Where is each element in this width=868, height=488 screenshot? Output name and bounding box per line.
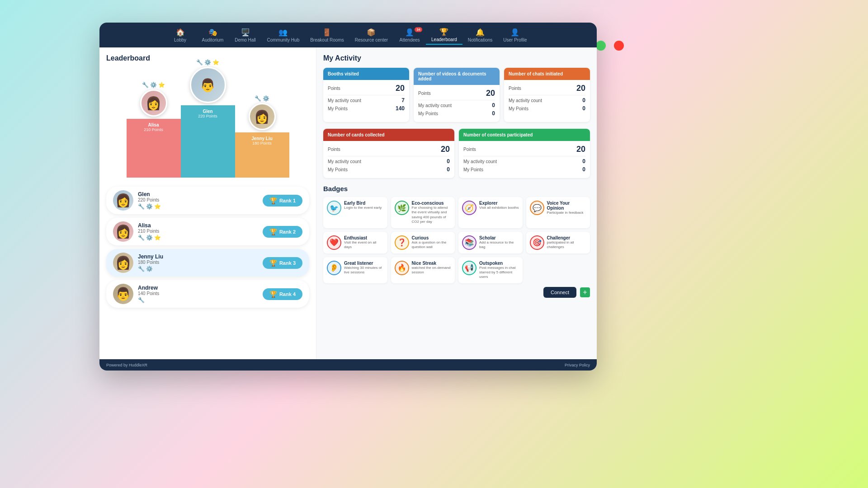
- activity-card-top-1: Number of videos & documents added Point…: [414, 68, 500, 122]
- rank-label-2: Rank 2: [279, 229, 296, 235]
- badge-card-10: 📢 Outspoken Post messages in chat starre…: [458, 257, 523, 283]
- privacy-policy-link[interactable]: Privacy Policy: [565, 363, 590, 367]
- trophy-icon: 🏆: [269, 259, 277, 267]
- badge-name-2: Explorer: [479, 201, 519, 206]
- rank-points-2: 210 Points: [138, 229, 258, 234]
- rank-points-4: 140 Points: [138, 291, 258, 296]
- connect-button[interactable]: Connect: [543, 287, 576, 298]
- rank-badges-1: 🔧⚙️⭐: [138, 203, 258, 210]
- podium-avatar-alisa: 👩: [140, 89, 167, 117]
- podium-badges-2: 🔧 ⚙️ ⭐: [142, 82, 165, 88]
- activity-points-row-0: Points 20: [328, 84, 405, 93]
- badge-desc-10: Post messages in chat starred by 5 diffe…: [479, 266, 519, 280]
- badge-info-10: Outspoken Post messages in chat starred …: [479, 261, 519, 280]
- activity-points-row-2: Points 20: [509, 84, 585, 93]
- rank-item-1: 👩 Glen 220 Points 🔧⚙️⭐ 🏆 Rank 1: [106, 187, 309, 214]
- rank-list: 👩 Glen 220 Points 🔧⚙️⭐ 🏆 Rank 1 👩 Alisa …: [106, 187, 309, 308]
- badge-desc-9: watched the on-demand session: [412, 266, 452, 275]
- badge-card-0: 🐦 Early Bird Login to the event early: [323, 197, 387, 228]
- badge-icon: 🔧: [138, 203, 145, 210]
- badge-info-7: Challenger participated in all challenge…: [547, 235, 587, 250]
- badge-icon-3: 💬: [530, 201, 544, 215]
- rank-name-4: Andrew: [138, 285, 258, 291]
- badge-icon: 🔧: [196, 59, 203, 66]
- rank-label-1: Rank 1: [279, 198, 296, 203]
- badge-card-4: ❤️ Enthusiast Visit the event on all day…: [323, 232, 387, 253]
- maximize-dot[interactable]: [596, 41, 606, 51]
- podium-points-3: 180 Points: [252, 141, 272, 145]
- podium-points-1: 220 Points: [198, 114, 217, 118]
- rank-info-1: Glen 220 Points 🔧⚙️⭐: [138, 191, 258, 210]
- rank-name-2: Alisa: [138, 222, 258, 229]
- nav-item-notifications[interactable]: 🔔 Notifications: [462, 26, 498, 44]
- nav-item-attendees[interactable]: 👤 Attendees 34: [393, 26, 426, 44]
- activity-row-1-0: My activity count 0: [418, 102, 495, 108]
- activity-row-1-1: My Points 0: [418, 110, 495, 117]
- rank-button-2[interactable]: 🏆 Rank 2: [263, 226, 302, 238]
- badge-name-0: Early Bird: [344, 201, 384, 206]
- podium-rank-3: 🔧 ⚙️ 👩 Jenny Liu 180 Points: [235, 95, 289, 178]
- badge-icon-9: 🔥: [395, 261, 409, 275]
- nav-item-breakout-rooms[interactable]: 🚪 Breakout Rooms: [305, 26, 349, 44]
- badge-info-0: Early Bird Login to the event early: [344, 201, 384, 210]
- nav-label-lobby: Lobby: [174, 38, 186, 42]
- rank-button-3[interactable]: 🏆 Rank 3: [263, 257, 302, 269]
- badges-title: Badges: [323, 185, 590, 192]
- nav-item-leaderboard[interactable]: 🏆 Leaderboard: [426, 26, 462, 45]
- activity-card-bottom-0: Number of cards collected Points 20 My a…: [323, 129, 454, 178]
- badge-icon: ⭐: [154, 235, 161, 241]
- activity-card-body-0: Points 20 My activity count 7 My Points …: [323, 80, 409, 117]
- activity-row-2-0: My activity count 0: [509, 97, 585, 103]
- rank-label-4: Rank 4: [279, 291, 296, 297]
- badge-icon: ⭐: [154, 203, 161, 210]
- nav-item-auditorium[interactable]: 🎭 Auditorium: [197, 26, 229, 44]
- badge-icon: ⚙️: [146, 235, 153, 241]
- badge-desc-8: Watching 30 minutes of live sessions: [344, 266, 384, 275]
- close-dot[interactable]: [614, 41, 624, 51]
- trophy-icon: 🏆: [269, 228, 277, 235]
- nav-item-community-hub[interactable]: 👥 Community Hub: [262, 26, 305, 44]
- connect-bar: Connect +: [323, 287, 590, 298]
- badge-desc-7: participated in all challenges: [547, 240, 587, 250]
- podium-name-2: Alisa: [148, 122, 159, 127]
- badge-name-9: Nice Streak: [412, 261, 452, 266]
- footer: Powered by HuddleXR Privacy Policy: [99, 359, 597, 371]
- podium-rank-1: 🔧 ⚙️ ⭐ 👨 Glen 220 Points: [181, 59, 235, 178]
- nav-item-lobby[interactable]: 🏠 Lobby: [164, 26, 197, 44]
- podium-points-2: 210 Points: [144, 127, 163, 132]
- badge-icon-6: 📚: [462, 235, 476, 250]
- powered-by: Powered by HuddleXR: [106, 363, 147, 367]
- activity-row-0-0: My activity count 7: [328, 97, 405, 103]
- podium-avatar-glen: 👨: [190, 67, 226, 103]
- rank-avatar-4: 👨: [113, 284, 133, 304]
- activity-card-top-0: Booths visited Points 20 My activity cou…: [323, 68, 409, 122]
- badge-info-8: Great listener Watching 30 minutes of li…: [344, 261, 384, 275]
- activity-card2-header-0: Number of cards collected: [323, 129, 454, 141]
- rank-button-4[interactable]: 🏆 Rank 4: [263, 288, 302, 300]
- nav-item-user-profile[interactable]: 👤 User Profile: [498, 26, 532, 44]
- badge-card-1: 🌿 Eco-conscious For choosing to attend t…: [391, 197, 455, 228]
- badge-icon-5: ❓: [395, 235, 409, 250]
- nav-item-demo-hall[interactable]: 🖥️ Demo Hall: [229, 26, 262, 44]
- lobby-icon: 🏠: [176, 28, 185, 37]
- badge-icon: ⚙️: [263, 95, 269, 102]
- activity-card-header-1: Number of videos & documents added: [414, 68, 500, 85]
- attendees-icon: 👤: [405, 28, 414, 37]
- podium-bar-1: Glen 220 Points: [181, 105, 235, 178]
- rank-info-2: Alisa 210 Points 🔧⚙️⭐: [138, 222, 258, 241]
- badge-desc-1: For choosing to attend the event virtual…: [412, 206, 452, 225]
- badge-info-9: Nice Streak watched the on-demand sessio…: [412, 261, 452, 275]
- rank-button-1[interactable]: 🏆 Rank 1: [263, 195, 302, 206]
- nav-label-resource-center: Resource center: [355, 38, 388, 42]
- activity-row-0-1: My Points 140: [328, 105, 405, 112]
- nav-item-resource-center[interactable]: 📦 Resource center: [349, 26, 393, 44]
- badge-desc-2: Visit all exhibition booths: [479, 206, 519, 210]
- nav-badge-attendees: 34: [415, 27, 422, 32]
- activity2-row-0-1: My Points 0: [328, 166, 450, 173]
- rank-badges-2: 🔧⚙️⭐: [138, 235, 258, 241]
- connect-plus-button[interactable]: +: [580, 287, 590, 297]
- badge-name-8: Great listener: [344, 261, 384, 266]
- rank-badges-4: 🔧: [138, 297, 258, 303]
- activity2-points-row-0: Points 20: [328, 145, 450, 154]
- rank-info-3: Jenny Liu 180 Points 🔧⚙️: [138, 253, 258, 272]
